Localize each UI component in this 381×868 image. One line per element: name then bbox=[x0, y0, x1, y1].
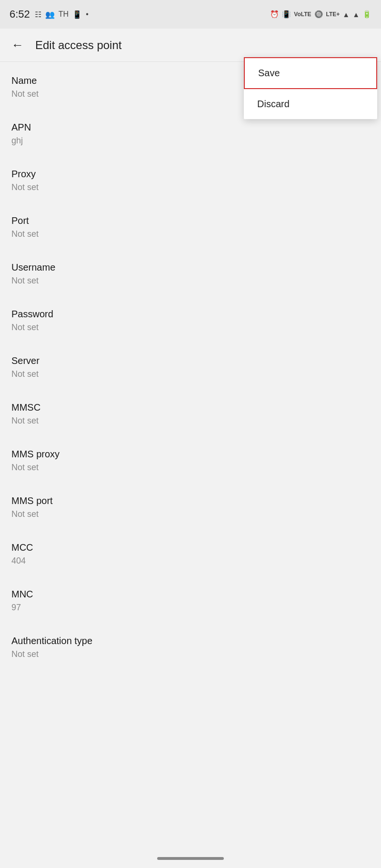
dropdown-menu: Save Discard bbox=[244, 57, 377, 119]
field-label: MMS port bbox=[11, 495, 370, 506]
field-label: Port bbox=[11, 215, 370, 226]
volte-icon: VoLTE bbox=[294, 11, 311, 18]
signal1-icon: ▲ bbox=[342, 10, 350, 19]
field-value: Not set bbox=[11, 182, 370, 192]
field-item-password[interactable]: PasswordNot set bbox=[11, 295, 370, 342]
alarm-icon: ⏰ bbox=[270, 10, 279, 19]
field-value: Not set bbox=[11, 229, 370, 239]
field-label: APN bbox=[11, 122, 370, 133]
field-value: 97 bbox=[11, 603, 370, 613]
field-label: Proxy bbox=[11, 169, 370, 180]
save-button[interactable]: Save bbox=[244, 57, 377, 89]
dot-icon: • bbox=[86, 10, 89, 19]
lte-icon: LTE+ bbox=[326, 11, 340, 18]
status-left-icons: ☷ 👥 TH 📱 • bbox=[35, 10, 89, 19]
field-label: Server bbox=[11, 355, 370, 366]
field-value: ghj bbox=[11, 136, 370, 146]
field-label: Password bbox=[11, 309, 370, 320]
th-label: TH bbox=[59, 10, 69, 19]
field-value: Not set bbox=[11, 649, 370, 659]
field-label: MNC bbox=[11, 589, 370, 600]
field-value: Not set bbox=[11, 323, 370, 333]
field-item-mms-proxy[interactable]: MMS proxyNot set bbox=[11, 435, 370, 482]
field-item-mms-port[interactable]: MMS portNot set bbox=[11, 482, 370, 529]
status-left: 6:52 ☷ 👥 TH 📱 • bbox=[10, 8, 89, 20]
field-value: Not set bbox=[11, 509, 370, 519]
battery-icon: 🔋 bbox=[362, 10, 371, 19]
field-label: Username bbox=[11, 262, 370, 273]
field-value: 404 bbox=[11, 556, 370, 566]
status-bar: 6:52 ☷ 👥 TH 📱 • ⏰ 📳 VoLTE 🔘 LTE+ ▲ ▲ 🔋 bbox=[0, 0, 381, 29]
group-icon: 👥 bbox=[45, 10, 55, 19]
vibrate-icon: 📳 bbox=[282, 10, 291, 19]
discard-button[interactable]: Discard bbox=[244, 89, 377, 119]
field-item-username[interactable]: UsernameNot set bbox=[11, 249, 370, 295]
bottom-handle bbox=[157, 857, 224, 860]
signal2-icon: ▲ bbox=[352, 10, 360, 19]
field-value: Not set bbox=[11, 463, 370, 473]
bottom-bar bbox=[0, 849, 381, 868]
page-title: Edit access point bbox=[35, 39, 373, 52]
field-item-port[interactable]: PortNot set bbox=[11, 202, 370, 249]
field-item-mcc[interactable]: MCC404 bbox=[11, 529, 370, 575]
field-item-mnc[interactable]: MNC97 bbox=[11, 575, 370, 622]
field-item-server[interactable]: ServerNot set bbox=[11, 342, 370, 389]
field-value: Not set bbox=[11, 416, 370, 426]
back-button[interactable]: ← bbox=[8, 34, 28, 56]
field-item-mmsc[interactable]: MMSCNot set bbox=[11, 389, 370, 435]
app-bar: ← Edit access point Save Discard bbox=[0, 29, 381, 62]
field-item-proxy[interactable]: ProxyNot set bbox=[11, 155, 370, 202]
field-label: MMS proxy bbox=[11, 449, 370, 460]
status-right: ⏰ 📳 VoLTE 🔘 LTE+ ▲ ▲ 🔋 bbox=[270, 10, 371, 19]
field-label: Authentication type bbox=[11, 636, 370, 646]
wifi-icon: 🔘 bbox=[314, 10, 323, 19]
content: NameNot setAPNghjProxyNot setPortNot set… bbox=[0, 62, 381, 669]
message-icon: ☷ bbox=[35, 10, 41, 19]
field-label: MCC bbox=[11, 542, 370, 553]
field-value: Not set bbox=[11, 276, 370, 286]
field-item-authentication-type[interactable]: Authentication typeNot set bbox=[11, 622, 370, 669]
field-label: MMSC bbox=[11, 402, 370, 413]
phone-icon: 📱 bbox=[72, 10, 82, 19]
status-time: 6:52 bbox=[10, 8, 30, 20]
field-value: Not set bbox=[11, 369, 370, 379]
